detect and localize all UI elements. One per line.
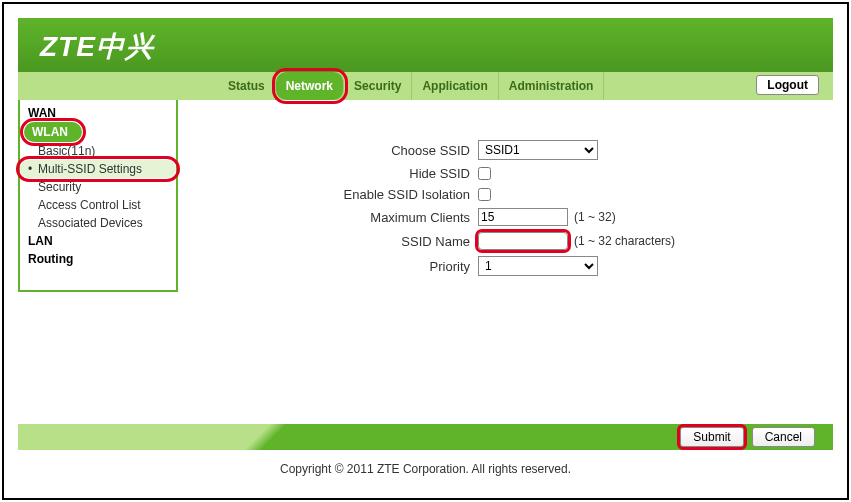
- sidebar-item-acl[interactable]: Access Control List: [20, 196, 176, 214]
- tab-administration[interactable]: Administration: [499, 72, 605, 100]
- submit-button[interactable]: Submit: [680, 427, 743, 447]
- tab-security[interactable]: Security: [344, 72, 412, 100]
- main-tabs: Status Network Security Application Admi…: [18, 72, 833, 100]
- copyright-text: Copyright © 2011 ZTE Corporation. All ri…: [4, 462, 847, 476]
- max-clients-input[interactable]: [478, 208, 568, 226]
- cancel-button[interactable]: Cancel: [752, 427, 815, 447]
- sidebar-section-lan[interactable]: LAN: [20, 232, 176, 250]
- tab-status[interactable]: Status: [218, 72, 276, 100]
- tab-application[interactable]: Application: [412, 72, 498, 100]
- choose-ssid-label: Choose SSID: [198, 143, 478, 158]
- sidebar-section-wlan[interactable]: WLAN: [24, 122, 82, 142]
- enable-iso-label: Enable SSID Isolation: [198, 187, 478, 202]
- sidebar-item-assoc[interactable]: Associated Devices: [20, 214, 176, 232]
- footer-bar: Submit Cancel: [18, 424, 833, 450]
- sidebar-section-routing[interactable]: Routing: [20, 250, 176, 268]
- ssid-name-hint: (1 ~ 32 characters): [574, 234, 675, 248]
- priority-label: Priority: [198, 259, 478, 274]
- brand-logo: ZTE中兴: [18, 18, 833, 66]
- enable-iso-checkbox[interactable]: [478, 188, 491, 201]
- logout-button[interactable]: Logout: [756, 75, 819, 95]
- hide-ssid-checkbox[interactable]: [478, 167, 491, 180]
- ssid-name-label: SSID Name: [198, 234, 478, 249]
- sidebar-item-basic[interactable]: Basic(11n): [20, 142, 176, 160]
- sidebar-item-multi-ssid[interactable]: Multi-SSID Settings: [20, 160, 176, 178]
- ssid-name-input[interactable]: [478, 232, 568, 250]
- sidebar-item-security[interactable]: Security: [20, 178, 176, 196]
- priority-select[interactable]: 1: [478, 256, 598, 276]
- hide-ssid-label: Hide SSID: [198, 166, 478, 181]
- sidebar-section-wan[interactable]: WAN: [20, 104, 176, 122]
- header: ZTE中兴: [18, 18, 833, 72]
- choose-ssid-select[interactable]: SSID1: [478, 140, 598, 160]
- sidebar: WAN WLAN Basic(11n) Multi-SSID Settings …: [18, 100, 178, 292]
- max-clients-label: Maximum Clients: [198, 210, 478, 225]
- tab-network[interactable]: Network: [276, 72, 344, 100]
- content-area: Choose SSID SSID1 Hide SSID Enable SSID …: [178, 100, 833, 292]
- max-clients-hint: (1 ~ 32): [574, 210, 616, 224]
